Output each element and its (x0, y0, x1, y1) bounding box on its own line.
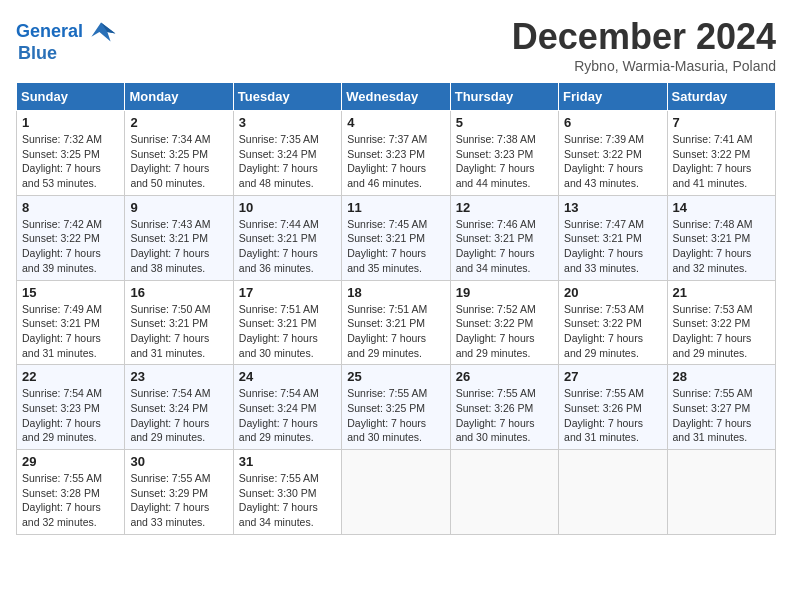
table-row: 26 Sunrise: 7:55 AM Sunset: 3:26 PM Dayl… (450, 365, 558, 450)
day-number: 18 (347, 285, 444, 300)
day-info: Sunrise: 7:32 AM Sunset: 3:25 PM Dayligh… (22, 132, 119, 191)
day-info: Sunrise: 7:48 AM Sunset: 3:21 PM Dayligh… (673, 217, 770, 276)
day-number: 25 (347, 369, 444, 384)
table-row: 5 Sunrise: 7:38 AM Sunset: 3:23 PM Dayli… (450, 111, 558, 196)
day-number: 9 (130, 200, 227, 215)
table-row: 29 Sunrise: 7:55 AM Sunset: 3:28 PM Dayl… (17, 450, 125, 535)
day-info: Sunrise: 7:50 AM Sunset: 3:21 PM Dayligh… (130, 302, 227, 361)
day-info: Sunrise: 7:49 AM Sunset: 3:21 PM Dayligh… (22, 302, 119, 361)
day-info: Sunrise: 7:55 AM Sunset: 3:26 PM Dayligh… (456, 386, 553, 445)
day-info: Sunrise: 7:53 AM Sunset: 3:22 PM Dayligh… (673, 302, 770, 361)
day-info: Sunrise: 7:52 AM Sunset: 3:22 PM Dayligh… (456, 302, 553, 361)
day-info: Sunrise: 7:53 AM Sunset: 3:22 PM Dayligh… (564, 302, 661, 361)
calendar-header-row: Sunday Monday Tuesday Wednesday Thursday… (17, 83, 776, 111)
day-number: 27 (564, 369, 661, 384)
calendar-week-4: 22 Sunrise: 7:54 AM Sunset: 3:23 PM Dayl… (17, 365, 776, 450)
day-info: Sunrise: 7:55 AM Sunset: 3:26 PM Dayligh… (564, 386, 661, 445)
day-number: 14 (673, 200, 770, 215)
day-info: Sunrise: 7:47 AM Sunset: 3:21 PM Dayligh… (564, 217, 661, 276)
table-row: 18 Sunrise: 7:51 AM Sunset: 3:21 PM Dayl… (342, 280, 450, 365)
day-number: 23 (130, 369, 227, 384)
day-number: 30 (130, 454, 227, 469)
day-number: 31 (239, 454, 336, 469)
table-row: 24 Sunrise: 7:54 AM Sunset: 3:24 PM Dayl… (233, 365, 341, 450)
day-info: Sunrise: 7:38 AM Sunset: 3:23 PM Dayligh… (456, 132, 553, 191)
day-number: 26 (456, 369, 553, 384)
table-row: 17 Sunrise: 7:51 AM Sunset: 3:21 PM Dayl… (233, 280, 341, 365)
day-number: 21 (673, 285, 770, 300)
table-row (667, 450, 775, 535)
logo-text: General (16, 22, 83, 42)
day-number: 28 (673, 369, 770, 384)
table-row: 15 Sunrise: 7:49 AM Sunset: 3:21 PM Dayl… (17, 280, 125, 365)
logo-text2: Blue (18, 44, 57, 64)
table-row: 12 Sunrise: 7:46 AM Sunset: 3:21 PM Dayl… (450, 195, 558, 280)
day-number: 15 (22, 285, 119, 300)
table-row (342, 450, 450, 535)
day-number: 17 (239, 285, 336, 300)
day-number: 29 (22, 454, 119, 469)
table-row: 14 Sunrise: 7:48 AM Sunset: 3:21 PM Dayl… (667, 195, 775, 280)
day-number: 4 (347, 115, 444, 130)
day-info: Sunrise: 7:55 AM Sunset: 3:25 PM Dayligh… (347, 386, 444, 445)
day-info: Sunrise: 7:37 AM Sunset: 3:23 PM Dayligh… (347, 132, 444, 191)
table-row: 31 Sunrise: 7:55 AM Sunset: 3:30 PM Dayl… (233, 450, 341, 535)
day-number: 19 (456, 285, 553, 300)
col-monday: Monday (125, 83, 233, 111)
table-row: 16 Sunrise: 7:50 AM Sunset: 3:21 PM Dayl… (125, 280, 233, 365)
table-row: 9 Sunrise: 7:43 AM Sunset: 3:21 PM Dayli… (125, 195, 233, 280)
col-sunday: Sunday (17, 83, 125, 111)
calendar-week-5: 29 Sunrise: 7:55 AM Sunset: 3:28 PM Dayl… (17, 450, 776, 535)
day-info: Sunrise: 7:55 AM Sunset: 3:29 PM Dayligh… (130, 471, 227, 530)
day-info: Sunrise: 7:54 AM Sunset: 3:23 PM Dayligh… (22, 386, 119, 445)
table-row: 23 Sunrise: 7:54 AM Sunset: 3:24 PM Dayl… (125, 365, 233, 450)
table-row: 6 Sunrise: 7:39 AM Sunset: 3:22 PM Dayli… (559, 111, 667, 196)
page-header: General Blue December 2024 Rybno, Warmia… (16, 16, 776, 74)
col-saturday: Saturday (667, 83, 775, 111)
logo: General Blue (16, 16, 117, 64)
table-row: 1 Sunrise: 7:32 AM Sunset: 3:25 PM Dayli… (17, 111, 125, 196)
table-row (450, 450, 558, 535)
col-tuesday: Tuesday (233, 83, 341, 111)
day-number: 8 (22, 200, 119, 215)
day-info: Sunrise: 7:44 AM Sunset: 3:21 PM Dayligh… (239, 217, 336, 276)
table-row: 25 Sunrise: 7:55 AM Sunset: 3:25 PM Dayl… (342, 365, 450, 450)
table-row: 2 Sunrise: 7:34 AM Sunset: 3:25 PM Dayli… (125, 111, 233, 196)
day-info: Sunrise: 7:55 AM Sunset: 3:28 PM Dayligh… (22, 471, 119, 530)
day-info: Sunrise: 7:39 AM Sunset: 3:22 PM Dayligh… (564, 132, 661, 191)
table-row: 8 Sunrise: 7:42 AM Sunset: 3:22 PM Dayli… (17, 195, 125, 280)
day-info: Sunrise: 7:51 AM Sunset: 3:21 PM Dayligh… (347, 302, 444, 361)
day-info: Sunrise: 7:55 AM Sunset: 3:27 PM Dayligh… (673, 386, 770, 445)
calendar-week-1: 1 Sunrise: 7:32 AM Sunset: 3:25 PM Dayli… (17, 111, 776, 196)
calendar-week-2: 8 Sunrise: 7:42 AM Sunset: 3:22 PM Dayli… (17, 195, 776, 280)
day-number: 12 (456, 200, 553, 215)
day-number: 7 (673, 115, 770, 130)
day-number: 3 (239, 115, 336, 130)
day-info: Sunrise: 7:43 AM Sunset: 3:21 PM Dayligh… (130, 217, 227, 276)
table-row: 3 Sunrise: 7:35 AM Sunset: 3:24 PM Dayli… (233, 111, 341, 196)
col-thursday: Thursday (450, 83, 558, 111)
table-row: 19 Sunrise: 7:52 AM Sunset: 3:22 PM Dayl… (450, 280, 558, 365)
day-number: 20 (564, 285, 661, 300)
day-info: Sunrise: 7:54 AM Sunset: 3:24 PM Dayligh… (239, 386, 336, 445)
day-number: 16 (130, 285, 227, 300)
logo-bird-icon (85, 16, 117, 48)
day-info: Sunrise: 7:41 AM Sunset: 3:22 PM Dayligh… (673, 132, 770, 191)
table-row: 27 Sunrise: 7:55 AM Sunset: 3:26 PM Dayl… (559, 365, 667, 450)
day-number: 24 (239, 369, 336, 384)
table-row: 10 Sunrise: 7:44 AM Sunset: 3:21 PM Dayl… (233, 195, 341, 280)
table-row: 21 Sunrise: 7:53 AM Sunset: 3:22 PM Dayl… (667, 280, 775, 365)
calendar-table: Sunday Monday Tuesday Wednesday Thursday… (16, 82, 776, 535)
location-subtitle: Rybno, Warmia-Masuria, Poland (512, 58, 776, 74)
day-info: Sunrise: 7:46 AM Sunset: 3:21 PM Dayligh… (456, 217, 553, 276)
day-number: 6 (564, 115, 661, 130)
col-friday: Friday (559, 83, 667, 111)
day-info: Sunrise: 7:45 AM Sunset: 3:21 PM Dayligh… (347, 217, 444, 276)
day-info: Sunrise: 7:35 AM Sunset: 3:24 PM Dayligh… (239, 132, 336, 191)
month-title: December 2024 (512, 16, 776, 58)
table-row: 13 Sunrise: 7:47 AM Sunset: 3:21 PM Dayl… (559, 195, 667, 280)
table-row: 30 Sunrise: 7:55 AM Sunset: 3:29 PM Dayl… (125, 450, 233, 535)
title-block: December 2024 Rybno, Warmia-Masuria, Pol… (512, 16, 776, 74)
day-number: 22 (22, 369, 119, 384)
table-row: 22 Sunrise: 7:54 AM Sunset: 3:23 PM Dayl… (17, 365, 125, 450)
